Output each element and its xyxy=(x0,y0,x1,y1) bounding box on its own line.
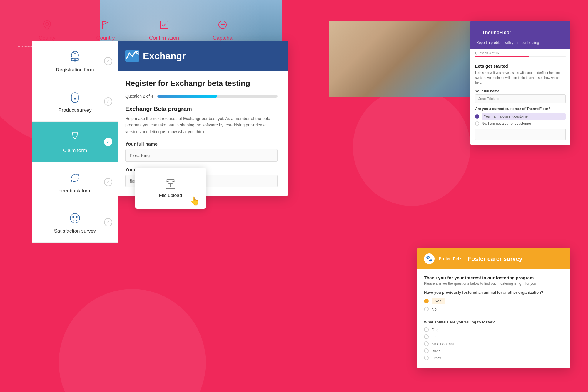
thermo-body: Lets get started Let us know if you have… xyxy=(470,60,570,145)
petz-radio-small xyxy=(424,341,429,346)
svg-point-18 xyxy=(70,213,80,223)
petz-radio-no xyxy=(424,307,429,311)
petz-question1: Have you previously fostered an animal f… xyxy=(424,290,564,295)
thermo-radio-yes xyxy=(475,114,479,119)
thermo-field-name-label: Your full name xyxy=(475,89,566,93)
section-title: Exchangr Beta program xyxy=(125,106,278,112)
exchangr-brand-name: Exchangr xyxy=(143,51,186,61)
no-entry-icon xyxy=(215,17,230,32)
thermo-section-title: Lets get started xyxy=(475,64,566,69)
petz-section-desc: Please answer the questions below to fin… xyxy=(424,281,564,286)
sidebar-item-product-survey[interactable]: Product survey ✓ xyxy=(32,81,118,122)
progress-row: Question 2 of 4 xyxy=(125,94,278,99)
bell-icon xyxy=(67,49,83,65)
thermo-header: ThermoFloor Report a problem with your f… xyxy=(470,21,570,49)
petz-label-no: No xyxy=(432,307,437,311)
product-check: ✓ xyxy=(104,97,112,106)
file-upload-overlay[interactable]: File upload 👆 xyxy=(135,168,206,209)
petz-option-no[interactable]: No xyxy=(424,307,564,311)
petz-header: 🐾 ProtectPetz Foster carer survey xyxy=(417,248,570,269)
smiley-icon xyxy=(67,211,83,226)
petz-form-card: 🐾 ProtectPetz Foster carer survey Thank … xyxy=(417,248,570,368)
petz-label-birds: Birds xyxy=(432,349,440,353)
thermo-subtitle: Report a problem with your floor heating xyxy=(476,41,564,45)
svg-point-15 xyxy=(74,98,76,100)
progress-label: Question 2 of 4 xyxy=(125,94,153,99)
sidebar-item-feedback[interactable]: Feedback form ✓ xyxy=(32,162,118,202)
petz-animal-birds[interactable]: Birds xyxy=(424,348,564,353)
top-bar-confirmation-label: Confirmation xyxy=(149,35,179,41)
petz-divider xyxy=(424,316,564,316)
petz-label-cat: Cat xyxy=(432,335,437,339)
file-upload-label: File upload xyxy=(159,193,182,198)
registration-check: ✓ xyxy=(104,57,112,65)
progress-bar-bg xyxy=(157,95,278,98)
refresh-icon xyxy=(67,170,83,186)
thermo-label-yes: Yes, I am a current customer xyxy=(482,113,566,120)
thermo-option-no[interactable]: No, I am not a current customer xyxy=(475,121,566,126)
thermo-progress-bar-fill xyxy=(475,56,529,57)
exchangr-logo-icon xyxy=(125,50,139,62)
petz-option-yes[interactable]: Yes xyxy=(424,298,564,304)
location-pin-icon xyxy=(40,17,54,32)
sidebar-item-registration[interactable]: Registration form ✓ xyxy=(32,41,118,81)
petz-label-small: Small Animal xyxy=(432,342,454,346)
petz-radio-other xyxy=(424,356,429,360)
sidebar-item-claim[interactable]: Claim form ✓ xyxy=(32,122,118,162)
thermo-progress-bar-bg xyxy=(475,56,566,57)
petz-brand-label: ProtectPetz xyxy=(439,256,461,261)
svg-rect-5 xyxy=(160,21,168,29)
petz-survey-title: Foster carer survey xyxy=(468,256,522,262)
petz-radio-yes xyxy=(424,299,429,303)
field-name-label: Your full name xyxy=(125,141,278,147)
sidebar-satisfaction-label: Satisfaction survey xyxy=(54,228,96,234)
main-card-title: Register for Exchangr beta testing xyxy=(125,79,278,88)
sidebar-feedback-label: Feedback form xyxy=(58,188,91,194)
petz-animal-other[interactable]: Other xyxy=(424,356,564,360)
sidebar-item-satisfaction[interactable]: Satisfaction survey ✓ xyxy=(32,202,118,243)
petz-radio-cat xyxy=(424,334,429,339)
svg-point-3 xyxy=(46,22,49,25)
thermo-field-name-input[interactable]: Jose Erickson xyxy=(475,94,566,103)
top-bar-county-label: County xyxy=(39,35,55,41)
exchangr-logo: Exchangr xyxy=(125,50,186,62)
flag-icon xyxy=(98,17,113,32)
progress-bar-fill xyxy=(157,95,218,98)
thermo-textarea[interactable] xyxy=(475,129,566,140)
main-card-header: Exchangr xyxy=(115,41,288,71)
petz-animal-small[interactable]: Small Animal xyxy=(424,341,564,346)
petz-animal-dog[interactable]: Dog xyxy=(424,327,564,332)
svg-rect-12 xyxy=(74,52,76,53)
thermo-progress-label: Question 3 of 16 xyxy=(470,49,570,56)
thermo-label-no: No, I am not a current customer xyxy=(482,121,531,126)
petz-question2: What animals are you willing to foster? xyxy=(424,320,564,324)
thermo-form-card: ThermoFloor Report a problem with your f… xyxy=(470,21,570,145)
sidebar-registration-label: Registration form xyxy=(56,67,94,73)
thermo-option-yes[interactable]: Yes, I am a current customer xyxy=(475,113,566,120)
petz-animal-cat[interactable]: Cat xyxy=(424,334,564,339)
sidebar-product-label: Product survey xyxy=(58,107,91,113)
file-upload-icon xyxy=(165,178,176,190)
petz-body: Thank you for your interest in our foste… xyxy=(417,269,570,368)
cursor-icon: 👆 xyxy=(190,196,200,206)
petz-radio-birds xyxy=(424,348,429,353)
petz-label-other: Other xyxy=(432,356,441,360)
feedback-check: ✓ xyxy=(104,178,112,186)
top-bar-captcha-label: Captcha xyxy=(213,35,232,41)
svg-point-19 xyxy=(73,216,74,218)
sidebar-claim-label: Claim form xyxy=(63,148,87,154)
svg-point-20 xyxy=(76,216,77,218)
wine-glass-icon xyxy=(67,130,83,145)
petz-label-yes: Yes xyxy=(432,298,445,304)
thermo-section-desc: Let us know if you have issues with your… xyxy=(475,70,566,85)
claim-check: ✓ xyxy=(104,138,112,146)
petz-radio-dog xyxy=(424,327,429,332)
check-square-icon xyxy=(157,17,171,32)
petz-section-title: Thank you for your interest in our foste… xyxy=(424,275,564,280)
thermo-question: Are you a current customer of ThermoFloo… xyxy=(475,107,566,111)
section-desc: Help make the next releases of Exchangr … xyxy=(125,115,278,135)
field-name-input[interactable]: Flora King xyxy=(125,149,278,162)
thermo-brand: ThermoFloor xyxy=(476,25,564,39)
thermo-radio-no xyxy=(475,121,479,126)
petz-label-dog: Dog xyxy=(432,328,439,332)
